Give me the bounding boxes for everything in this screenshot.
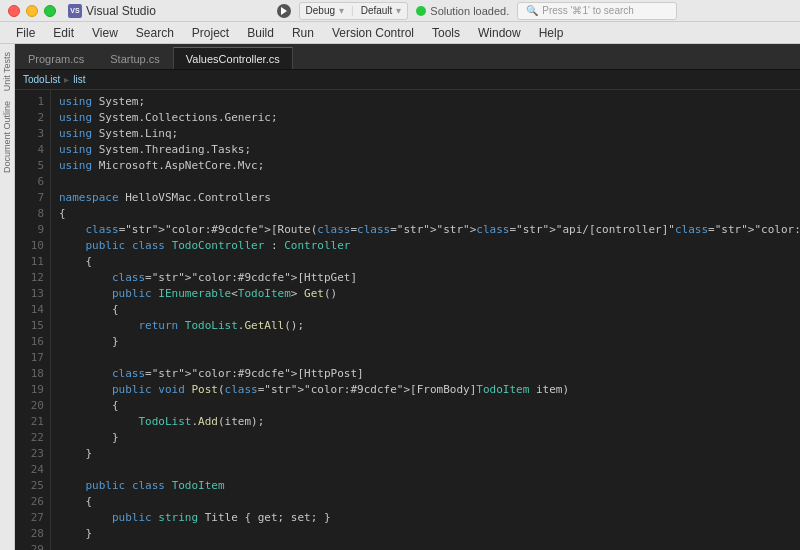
line-number: 9 <box>15 222 44 238</box>
line-number: 26 <box>15 494 44 510</box>
line-number: 20 <box>15 398 44 414</box>
code-line: public IEnumerable<TodoItem> Get() <box>59 286 800 302</box>
menu-run[interactable]: Run <box>284 24 322 42</box>
line-numbers: 1234567891011121314151617181920212223242… <box>15 90 51 550</box>
menu-versioncontrol[interactable]: Version Control <box>324 24 422 42</box>
code-line: { <box>59 398 800 414</box>
code-line: using System.Collections.Generic; <box>59 110 800 126</box>
line-number: 25 <box>15 478 44 494</box>
line-number: 16 <box>15 334 44 350</box>
debug-toolbar: Debug ▾ | Default ▾ <box>299 2 409 20</box>
line-number: 24 <box>15 462 44 478</box>
tab-valuescontroller-cs[interactable]: ValuesController.cs <box>173 47 293 69</box>
line-number: 10 <box>15 238 44 254</box>
breadcrumb-item-0[interactable]: TodoList <box>23 74 60 85</box>
svg-marker-0 <box>281 7 287 15</box>
code-line <box>59 174 800 190</box>
line-number: 6 <box>15 174 44 190</box>
menu-help[interactable]: Help <box>531 24 572 42</box>
config-label: Default <box>361 5 393 16</box>
code-line: { <box>59 302 800 318</box>
debug-label: Debug <box>306 5 335 16</box>
menu-edit[interactable]: Edit <box>45 24 82 42</box>
line-number: 29 <box>15 542 44 550</box>
code-line <box>59 542 800 550</box>
run-button[interactable] <box>277 4 291 18</box>
line-number: 18 <box>15 366 44 382</box>
code-line <box>59 462 800 478</box>
line-number: 3 <box>15 126 44 142</box>
line-number: 19 <box>15 382 44 398</box>
traffic-light-minimize[interactable] <box>26 5 38 17</box>
menu-search[interactable]: Search <box>128 24 182 42</box>
line-number: 13 <box>15 286 44 302</box>
menubar: File Edit View Search Project Build Run … <box>0 22 800 44</box>
line-number: 2 <box>15 110 44 126</box>
traffic-light-close[interactable] <box>8 5 20 17</box>
sidebar-item-document-outline[interactable]: Document Outline <box>0 97 14 177</box>
app-icon: VS <box>68 4 82 18</box>
line-number: 8 <box>15 206 44 222</box>
main-layout: Unit Tests Document Outline Program.cs S… <box>0 44 800 550</box>
menu-tools[interactable]: Tools <box>424 24 468 42</box>
line-number: 11 <box>15 254 44 270</box>
menu-build[interactable]: Build <box>239 24 282 42</box>
menu-file[interactable]: File <box>8 24 43 42</box>
solution-status: Solution loaded. <box>416 5 509 17</box>
line-number: 7 <box>15 190 44 206</box>
app-title: VS Visual Studio <box>68 4 156 18</box>
line-number: 15 <box>15 318 44 334</box>
app-name-label: Visual Studio <box>86 4 156 18</box>
code-line: public class TodoItem <box>59 478 800 494</box>
line-number: 14 <box>15 302 44 318</box>
tab-bar: Program.cs Startup.cs ValuesController.c… <box>15 44 800 70</box>
line-number: 27 <box>15 510 44 526</box>
code-line: using System; <box>59 94 800 110</box>
tab-startup-cs[interactable]: Startup.cs <box>97 47 173 69</box>
code-line: public class TodoController : Controller <box>59 238 800 254</box>
code-line: } <box>59 446 800 462</box>
code-line: { <box>59 254 800 270</box>
line-number: 22 <box>15 430 44 446</box>
code-line: public void Post(class="str">"color:#9cd… <box>59 382 800 398</box>
line-number: 21 <box>15 414 44 430</box>
code-line: { <box>59 494 800 510</box>
status-dot <box>416 6 426 16</box>
code-line: TodoList.Add(item); <box>59 414 800 430</box>
tab-program-cs[interactable]: Program.cs <box>15 47 97 69</box>
editor-container: Program.cs Startup.cs ValuesController.c… <box>15 44 800 550</box>
code-line: } <box>59 334 800 350</box>
traffic-light-maximize[interactable] <box>44 5 56 17</box>
menu-window[interactable]: Window <box>470 24 529 42</box>
code-line: } <box>59 430 800 446</box>
search-placeholder: Press '⌘1' to search <box>542 5 634 16</box>
line-number: 12 <box>15 270 44 286</box>
line-number: 4 <box>15 142 44 158</box>
code-line: { <box>59 206 800 222</box>
breadcrumb-item-1[interactable]: list <box>73 74 85 85</box>
code-line: using Microsoft.AspNetCore.Mvc; <box>59 158 800 174</box>
code-line <box>59 350 800 366</box>
code-line: class="str">"color:#9cdcfe">[HttpGet] <box>59 270 800 286</box>
line-number: 28 <box>15 526 44 542</box>
menu-view[interactable]: View <box>84 24 126 42</box>
line-number: 23 <box>15 446 44 462</box>
titlebar: VS Visual Studio Debug ▾ | Default ▾ Sol… <box>0 0 800 22</box>
line-number: 1 <box>15 94 44 110</box>
code-line: namespace HelloVSMac.Controllers <box>59 190 800 206</box>
global-search[interactable]: 🔍 Press '⌘1' to search <box>517 2 677 20</box>
code-line: return TodoList.GetAll(); <box>59 318 800 334</box>
sidebar-item-unit-tests[interactable]: Unit Tests <box>0 48 14 95</box>
menu-project[interactable]: Project <box>184 24 237 42</box>
code-editor[interactable]: 1234567891011121314151617181920212223242… <box>15 90 800 550</box>
code-line: using System.Threading.Tasks; <box>59 142 800 158</box>
code-line: public string Title { get; set; } <box>59 510 800 526</box>
breadcrumb-sep: ▸ <box>64 74 69 85</box>
code-content[interactable]: using System;using System.Collections.Ge… <box>51 90 800 550</box>
code-line: } <box>59 526 800 542</box>
line-number: 5 <box>15 158 44 174</box>
titlebar-center: Debug ▾ | Default ▾ Solution loaded. 🔍 P… <box>162 2 792 20</box>
breadcrumb: TodoList ▸ list <box>15 70 800 90</box>
line-number: 17 <box>15 350 44 366</box>
code-line: class="str">"color:#9cdcfe">[HttpPost] <box>59 366 800 382</box>
